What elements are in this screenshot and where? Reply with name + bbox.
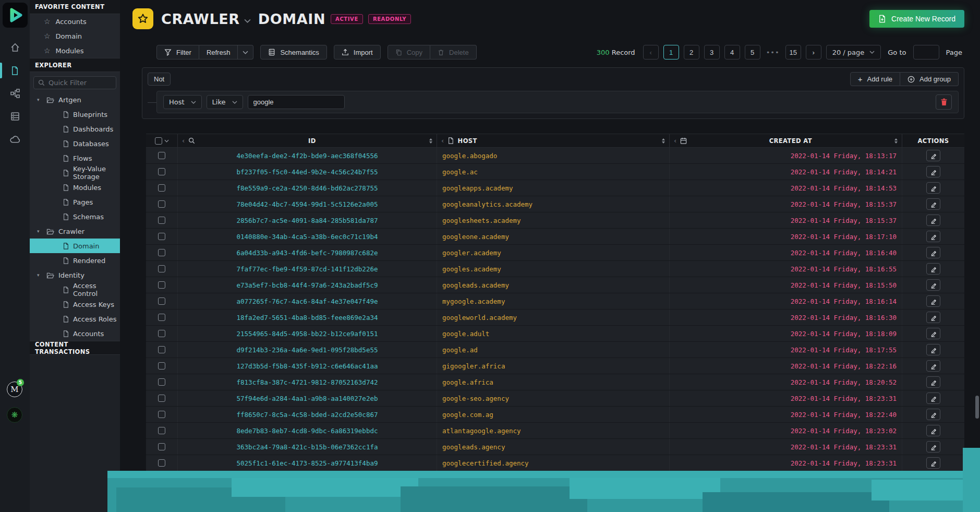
tree-item-crawler-rendered[interactable]: Rendered	[30, 253, 120, 268]
refresh-button[interactable]: Refresh	[199, 45, 238, 59]
prev-page-button[interactable]: ‹	[643, 45, 659, 59]
import-button[interactable]: Import	[334, 45, 381, 59]
rule-value-input[interactable]	[248, 95, 345, 109]
copy-button[interactable]: Copy	[388, 45, 430, 59]
create-new-record-button[interactable]: Create New Record	[869, 10, 964, 28]
user-avatar[interactable]: M 5	[7, 382, 22, 397]
row-checkbox[interactable]	[158, 330, 165, 337]
row-checkbox[interactable]	[158, 184, 165, 192]
edit-record-button[interactable]	[926, 231, 940, 242]
edit-record-button[interactable]	[926, 360, 940, 372]
tree-item-artgen-dashboards[interactable]: Dashboards	[30, 122, 120, 136]
add-group-button[interactable]: Add group	[900, 72, 959, 86]
page-button-1[interactable]: 1	[663, 45, 679, 59]
favorite-item-modules[interactable]: ☆ Modules	[30, 43, 120, 58]
row-checkbox[interactable]	[158, 443, 165, 450]
chevron-down-icon[interactable]	[164, 138, 169, 144]
edit-record-button[interactable]	[926, 312, 940, 323]
tree-item-crawler-domain[interactable]: Domain	[30, 239, 120, 253]
not-toggle-button[interactable]: Not	[148, 73, 171, 86]
tree-item-artgen-flows[interactable]: Flows	[30, 151, 120, 165]
sort-icon[interactable]	[894, 138, 898, 144]
delete-rule-button[interactable]	[936, 94, 952, 110]
tree-folder-artgen[interactable]: ▾ Artgen	[30, 92, 120, 107]
row-checkbox[interactable]	[158, 362, 165, 370]
column-header-created-at[interactable]: ‹ CREATED AT	[669, 134, 902, 147]
edit-record-button[interactable]	[926, 344, 940, 355]
edit-record-button[interactable]	[926, 166, 940, 177]
page-button-5[interactable]: 5	[745, 45, 760, 59]
quick-filter-input[interactable]: Quick Filter	[33, 76, 116, 89]
tree-item-identity-access-keys[interactable]: Access Keys	[30, 297, 120, 312]
row-checkbox[interactable]	[158, 314, 165, 321]
caret-down-icon[interactable]: ▾	[37, 97, 42, 102]
column-header-id[interactable]: ‹ ID	[177, 134, 437, 147]
row-checkbox[interactable]	[158, 217, 165, 224]
resize-handle[interactable]: ‹	[441, 137, 444, 145]
row-checkbox[interactable]	[158, 297, 165, 305]
edit-record-button[interactable]	[926, 150, 940, 161]
tree-item-artgen-blueprints[interactable]: Blueprints	[30, 107, 120, 122]
row-checkbox[interactable]	[158, 200, 165, 208]
favorite-item-accounts[interactable]: ☆ Accounts	[30, 14, 120, 29]
edit-record-button[interactable]	[926, 263, 940, 275]
collection-title[interactable]: CRAWLER	[161, 11, 240, 27]
identicon-avatar[interactable]: ❋	[7, 407, 22, 423]
row-checkbox[interactable]	[158, 233, 165, 240]
sort-icon[interactable]	[429, 138, 432, 144]
row-checkbox[interactable]	[158, 249, 165, 256]
edit-record-button[interactable]	[926, 328, 940, 339]
caret-down-icon[interactable]: ▾	[37, 272, 42, 278]
row-checkbox[interactable]	[158, 168, 165, 175]
resize-handle[interactable]: ‹	[674, 137, 677, 145]
edit-record-button[interactable]	[926, 198, 940, 210]
favorite-star-button[interactable]	[132, 8, 153, 29]
tree-item-artgen-databases[interactable]: Databases	[30, 136, 120, 151]
cloud-icon[interactable]	[0, 129, 30, 150]
add-rule-button[interactable]: + Add rule	[850, 72, 900, 86]
edit-record-button[interactable]	[926, 182, 940, 194]
row-checkbox[interactable]	[158, 346, 165, 353]
edit-record-button[interactable]	[926, 409, 940, 420]
rule-operator-select[interactable]: Like	[207, 95, 243, 109]
home-icon[interactable]	[0, 37, 30, 58]
row-checkbox[interactable]	[158, 152, 165, 159]
content-icon[interactable]	[0, 60, 30, 81]
resize-handle[interactable]: ‹	[182, 137, 185, 145]
tree-item-identity-access-control[interactable]: Access Control	[30, 282, 120, 297]
refresh-dropdown-button[interactable]	[238, 45, 253, 59]
page-button-4[interactable]: 4	[724, 45, 740, 59]
edit-record-button[interactable]	[926, 441, 940, 453]
filter-button[interactable]: Filter	[156, 45, 199, 59]
delete-button[interactable]: Delete	[430, 45, 477, 59]
row-checkbox[interactable]	[158, 281, 165, 289]
tree-item-identity-access-roles[interactable]: Access Roles	[30, 312, 120, 326]
edit-record-button[interactable]	[926, 295, 940, 307]
edit-record-button[interactable]	[926, 215, 940, 226]
row-checkbox[interactable]	[158, 427, 165, 434]
column-header-host[interactable]: ‹ HOST	[437, 134, 669, 147]
flows-icon[interactable]	[0, 83, 30, 104]
tree-item-artgen-modules[interactable]: Modules	[30, 180, 120, 195]
tree-folder-crawler[interactable]: ▾ Crawler	[30, 224, 120, 239]
schemantics-button[interactable]: Schemantics	[260, 45, 326, 59]
row-checkbox[interactable]	[158, 265, 165, 272]
tree-item-artgen-schemas[interactable]: Schemas	[30, 209, 120, 224]
rule-field-select[interactable]: Host	[163, 95, 202, 109]
app-logo[interactable]	[3, 3, 28, 28]
next-page-button[interactable]: ›	[806, 45, 821, 59]
tree-item-artgen-key-value-storage[interactable]: Key-Value Storage	[30, 165, 120, 180]
tree-item-artgen-pages[interactable]: Pages	[30, 195, 120, 209]
edit-record-button[interactable]	[926, 425, 940, 436]
row-checkbox[interactable]	[158, 395, 165, 402]
scrollbar-thumb[interactable]	[975, 396, 979, 419]
header-select-all[interactable]	[146, 134, 177, 147]
edit-record-button[interactable]	[926, 376, 940, 388]
goto-page-input[interactable]	[913, 45, 939, 59]
edit-record-button[interactable]	[926, 392, 940, 404]
edit-record-button[interactable]	[926, 279, 940, 291]
database-icon[interactable]	[0, 106, 30, 127]
edit-record-button[interactable]	[926, 247, 940, 258]
row-checkbox[interactable]	[158, 411, 165, 418]
tree-folder-identity[interactable]: ▾ Identity	[30, 268, 120, 282]
